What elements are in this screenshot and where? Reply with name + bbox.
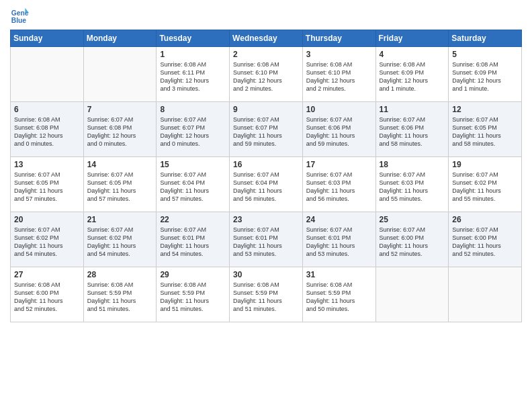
calendar-cell: 11Sunrise: 6:07 AM Sunset: 6:06 PM Dayli… [375,102,449,157]
cell-info: Sunrise: 6:07 AM Sunset: 6:02 PM Dayligh… [452,171,518,203]
weekday-header-sunday: Sunday [11,30,84,47]
day-number: 18 [380,160,445,169]
cell-info: Sunrise: 6:07 AM Sunset: 6:07 PM Dayligh… [233,116,299,148]
week-row-5: 27Sunrise: 6:08 AM Sunset: 6:00 PM Dayli… [11,267,522,322]
week-row-2: 6Sunrise: 6:08 AM Sunset: 6:08 PM Daylig… [11,102,522,157]
calendar-cell: 25Sunrise: 6:07 AM Sunset: 6:00 PM Dayli… [375,212,449,267]
cell-info: Sunrise: 6:07 AM Sunset: 6:07 PM Dayligh… [160,116,226,148]
cell-info: Sunrise: 6:07 AM Sunset: 6:06 PM Dayligh… [306,116,372,148]
week-row-3: 13Sunrise: 6:07 AM Sunset: 6:05 PM Dayli… [11,157,522,212]
day-number: 15 [160,160,226,169]
calendar-cell: 15Sunrise: 6:07 AM Sunset: 6:04 PM Dayli… [157,157,230,212]
cell-info: Sunrise: 6:08 AM Sunset: 5:59 PM Dayligh… [306,281,372,314]
cell-info: Sunrise: 6:07 AM Sunset: 6:01 PM Dayligh… [306,226,372,259]
calendar-cell: 20Sunrise: 6:07 AM Sunset: 6:02 PM Dayli… [11,212,84,267]
day-number: 1 [160,50,226,59]
calendar-cell: 21Sunrise: 6:07 AM Sunset: 6:02 PM Dayli… [83,212,157,267]
cell-info: Sunrise: 6:08 AM Sunset: 6:00 PM Dayligh… [14,281,80,314]
weekday-header-monday: Monday [83,30,157,47]
cell-info: Sunrise: 6:07 AM Sunset: 6:03 PM Dayligh… [306,171,372,203]
cell-info: Sunrise: 6:07 AM Sunset: 6:03 PM Dayligh… [380,171,445,203]
cell-info: Sunrise: 6:08 AM Sunset: 6:08 PM Dayligh… [14,116,80,148]
day-number: 12 [452,105,518,114]
calendar-cell: 7Sunrise: 6:07 AM Sunset: 6:08 PM Daylig… [83,102,157,157]
calendar-cell: 17Sunrise: 6:07 AM Sunset: 6:03 PM Dayli… [302,157,375,212]
cell-info: Sunrise: 6:08 AM Sunset: 5:59 PM Dayligh… [87,281,153,314]
day-number: 22 [160,215,226,224]
calendar-cell [449,267,522,322]
cell-info: Sunrise: 6:08 AM Sunset: 6:09 PM Dayligh… [452,60,518,93]
day-number: 11 [380,105,445,114]
cell-info: Sunrise: 6:07 AM Sunset: 6:01 PM Dayligh… [160,226,226,259]
svg-text:Blue: Blue [11,17,27,24]
day-number: 31 [306,270,372,279]
calendar-cell: 8Sunrise: 6:07 AM Sunset: 6:07 PM Daylig… [157,102,230,157]
day-number: 20 [14,215,80,224]
calendar-cell: 4Sunrise: 6:08 AM Sunset: 6:09 PM Daylig… [375,47,449,102]
calendar-cell: 5Sunrise: 6:08 AM Sunset: 6:09 PM Daylig… [449,47,522,102]
weekday-header-tuesday: Tuesday [157,30,230,47]
day-number: 26 [452,215,518,224]
week-row-4: 20Sunrise: 6:07 AM Sunset: 6:02 PM Dayli… [11,212,522,267]
day-number: 10 [306,105,372,114]
day-number: 21 [87,215,153,224]
day-number: 8 [160,105,226,114]
day-number: 27 [14,270,80,279]
day-number: 13 [14,160,80,169]
cell-info: Sunrise: 6:07 AM Sunset: 6:02 PM Dayligh… [87,226,153,259]
calendar-cell: 1Sunrise: 6:08 AM Sunset: 6:11 PM Daylig… [157,47,230,102]
calendar-cell: 28Sunrise: 6:08 AM Sunset: 5:59 PM Dayli… [83,267,157,322]
day-number: 29 [160,270,226,279]
calendar-cell: 27Sunrise: 6:08 AM Sunset: 6:00 PM Dayli… [11,267,84,322]
calendar-cell: 10Sunrise: 6:07 AM Sunset: 6:06 PM Dayli… [302,102,375,157]
cell-info: Sunrise: 6:08 AM Sunset: 5:59 PM Dayligh… [160,281,226,314]
cell-info: Sunrise: 6:08 AM Sunset: 6:09 PM Dayligh… [380,60,445,93]
cell-info: Sunrise: 6:08 AM Sunset: 6:10 PM Dayligh… [233,60,299,93]
day-number: 3 [306,50,372,59]
calendar-cell: 22Sunrise: 6:07 AM Sunset: 6:01 PM Dayli… [157,212,230,267]
calendar: SundayMondayTuesdayWednesdayThursdayFrid… [10,30,522,322]
day-number: 2 [233,50,299,59]
calendar-cell: 23Sunrise: 6:07 AM Sunset: 6:01 PM Dayli… [230,212,303,267]
weekday-header-wednesday: Wednesday [230,30,303,47]
cell-info: Sunrise: 6:07 AM Sunset: 6:05 PM Dayligh… [87,171,153,203]
calendar-cell: 2Sunrise: 6:08 AM Sunset: 6:10 PM Daylig… [230,47,303,102]
calendar-cell: 14Sunrise: 6:07 AM Sunset: 6:05 PM Dayli… [83,157,157,212]
day-number: 7 [87,105,153,114]
day-number: 24 [306,215,372,224]
weekday-header-thursday: Thursday [302,30,375,47]
weekday-header-saturday: Saturday [449,30,522,47]
calendar-cell: 6Sunrise: 6:08 AM Sunset: 6:08 PM Daylig… [11,102,84,157]
day-number: 25 [380,215,445,224]
day-number: 4 [380,50,445,59]
day-number: 6 [14,105,80,114]
calendar-cell: 19Sunrise: 6:07 AM Sunset: 6:02 PM Dayli… [449,157,522,212]
logo: General Blue [10,7,29,26]
cell-info: Sunrise: 6:07 AM Sunset: 6:04 PM Dayligh… [160,171,226,203]
cell-info: Sunrise: 6:08 AM Sunset: 5:59 PM Dayligh… [233,281,299,314]
calendar-cell: 18Sunrise: 6:07 AM Sunset: 6:03 PM Dayli… [375,157,449,212]
cell-info: Sunrise: 6:07 AM Sunset: 6:05 PM Dayligh… [452,116,518,148]
weekday-header-row: SundayMondayTuesdayWednesdayThursdayFrid… [11,30,522,47]
calendar-cell: 13Sunrise: 6:07 AM Sunset: 6:05 PM Dayli… [11,157,84,212]
calendar-cell: 9Sunrise: 6:07 AM Sunset: 6:07 PM Daylig… [230,102,303,157]
calendar-cell: 24Sunrise: 6:07 AM Sunset: 6:01 PM Dayli… [302,212,375,267]
cell-info: Sunrise: 6:08 AM Sunset: 6:11 PM Dayligh… [160,60,226,93]
day-number: 5 [452,50,518,59]
day-number: 14 [87,160,153,169]
calendar-cell: 16Sunrise: 6:07 AM Sunset: 6:04 PM Dayli… [230,157,303,212]
week-row-1: 1Sunrise: 6:08 AM Sunset: 6:11 PM Daylig… [11,47,522,102]
cell-info: Sunrise: 6:07 AM Sunset: 6:01 PM Dayligh… [233,226,299,259]
cell-info: Sunrise: 6:07 AM Sunset: 6:08 PM Dayligh… [87,116,153,148]
day-number: 17 [306,160,372,169]
day-number: 16 [233,160,299,169]
header: General Blue [10,7,522,26]
cell-info: Sunrise: 6:07 AM Sunset: 6:02 PM Dayligh… [14,226,80,259]
cell-info: Sunrise: 6:07 AM Sunset: 6:06 PM Dayligh… [380,116,445,148]
day-number: 19 [452,160,518,169]
calendar-cell [11,47,84,102]
calendar-cell: 26Sunrise: 6:07 AM Sunset: 6:00 PM Dayli… [449,212,522,267]
cell-info: Sunrise: 6:08 AM Sunset: 6:10 PM Dayligh… [306,60,372,93]
cell-info: Sunrise: 6:07 AM Sunset: 6:04 PM Dayligh… [233,171,299,203]
day-number: 30 [233,270,299,279]
